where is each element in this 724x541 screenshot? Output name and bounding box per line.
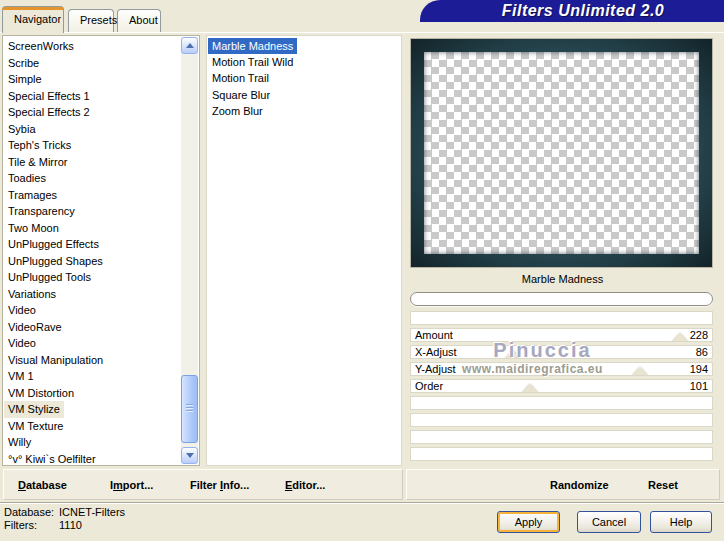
slider-row[interactable]: Amount 228 [410,328,713,342]
list-item[interactable]: Special Effects 1 [4,88,181,105]
list-item[interactable]: ScreenWorks [4,38,181,55]
list-item[interactable]: VM Texture [4,418,181,435]
preview-frame [410,38,713,268]
list-item[interactable]: Toadies [4,170,181,187]
slider-row[interactable] [410,430,713,444]
slider-stack: Amount 228 X-Adjust 86 Y-Adjust 194 Orde… [410,311,713,466]
filter-info-button[interactable]: Filter Info... [190,474,249,496]
slider-value: 101 [690,380,708,393]
list-item[interactable]: Willy [4,434,181,451]
slider-thumb-icon[interactable] [672,333,688,342]
slider-row[interactable]: Y-Adjust 194 [410,362,713,376]
list-item[interactable]: Tramages [4,187,181,204]
slider-thumb-icon[interactable] [632,367,648,376]
database-button[interactable]: Database [18,474,67,496]
slider-label: Y-Adjust [415,363,456,376]
slider-value: 228 [690,329,708,342]
slider-row[interactable] [410,396,713,410]
list-item[interactable]: Scribe [4,55,181,72]
tab-page-edge [0,32,724,33]
cancel-button[interactable]: Cancel [577,511,641,533]
list-item[interactable]: VM Distortion [4,385,181,402]
status-database: Database: ICNET-Filters [4,506,125,518]
category-scrollbar[interactable] [181,37,198,464]
progress-bar [410,292,713,306]
list-item[interactable]: Simple [4,71,181,88]
list-item[interactable]: VM 1 [4,368,181,385]
slider-thumb-icon[interactable] [522,384,538,393]
list-item[interactable]: Video [4,335,181,352]
scroll-down-icon [186,453,194,458]
list-item[interactable]: VM Stylize [4,401,64,418]
list-item[interactable]: Video [4,302,181,319]
import-button[interactable]: Import... [110,474,153,496]
filter-listbox[interactable]: Marble MadnessMotion Trail WildMotion Tr… [206,35,402,466]
tab-navigator[interactable]: Navigator [2,6,64,33]
list-item[interactable]: Sybia [4,121,181,138]
preview-filter-name: Marble Madness [406,273,719,285]
list-item[interactable]: UnPlugged Tools [4,269,181,286]
list-item[interactable]: UnPlugged Effects [4,236,181,253]
list-item[interactable]: VideoRave [4,319,181,336]
list-item[interactable]: Teph's Tricks [4,137,181,154]
list-item[interactable]: Visual Manipulation [4,352,181,369]
scroll-up-button[interactable] [181,37,198,54]
list-item[interactable]: UnPlugged Shapes [4,253,181,270]
help-button[interactable]: Help [650,511,712,533]
category-listbox[interactable]: ScreenWorksScribeSimpleSpecial Effects 1… [2,35,200,466]
slider-label: Amount [415,329,453,342]
status-database-value: ICNET-Filters [59,506,125,518]
slider-thumb-icon[interactable] [505,350,521,359]
slider-row[interactable] [410,413,713,427]
list-item[interactable]: Two Moon [4,220,181,237]
tab-presets[interactable]: Presets [68,9,114,32]
list-item[interactable]: Zoom Blur [208,103,399,119]
randomize-button[interactable]: Randomize [550,474,609,496]
slider-label: X-Adjust [415,346,457,359]
scrollbar-thumb[interactable] [181,375,198,443]
scroll-up-icon [186,43,194,48]
slider-value: 86 [696,346,708,359]
list-item[interactable]: Square Blur [208,87,399,103]
status-filters-label: Filters: [4,519,56,531]
slider-row[interactable]: X-Adjust 86 [410,345,713,359]
slider-row[interactable] [410,447,713,461]
list-item[interactable]: Transparency [4,203,181,220]
list-item[interactable]: Motion Trail Wild [208,54,399,70]
editor-button[interactable]: Editor... [285,474,325,496]
slider-row[interactable]: Order 101 [410,379,713,393]
status-filters: Filters: 1110 [4,519,82,531]
app-title: Filters Unlimited 2.0 [420,0,724,22]
status-filters-value: 1110 [59,519,82,531]
filter-items: Marble MadnessMotion Trail WildMotion Tr… [208,37,399,464]
preview-transparency-checker [424,52,699,254]
tab-about[interactable]: About [117,9,161,32]
list-item[interactable]: Marble Madness [208,38,297,54]
list-item[interactable]: Variations [4,286,181,303]
slider-row[interactable] [410,311,713,325]
list-item[interactable]: Tile & Mirror [4,154,181,171]
tab-navigator-label: Navigator [14,13,61,25]
list-item[interactable]: Motion Trail [208,70,399,86]
reset-button[interactable]: Reset [648,474,678,496]
list-item[interactable]: Special Effects 2 [4,104,181,121]
tab-about-label: About [129,14,158,26]
scroll-down-button[interactable] [181,447,198,464]
tab-presets-label: Presets [80,14,117,26]
apply-button[interactable]: Apply [497,511,560,533]
status-database-label: Database: [4,506,56,518]
slider-label: Order [415,380,443,393]
category-items: ScreenWorksScribeSimpleSpecial Effects 1… [4,37,181,464]
list-item[interactable]: °v° Kiwi`s Oelfilter [4,451,181,465]
slider-value: 194 [690,363,708,376]
statusbar-divider [0,502,724,504]
